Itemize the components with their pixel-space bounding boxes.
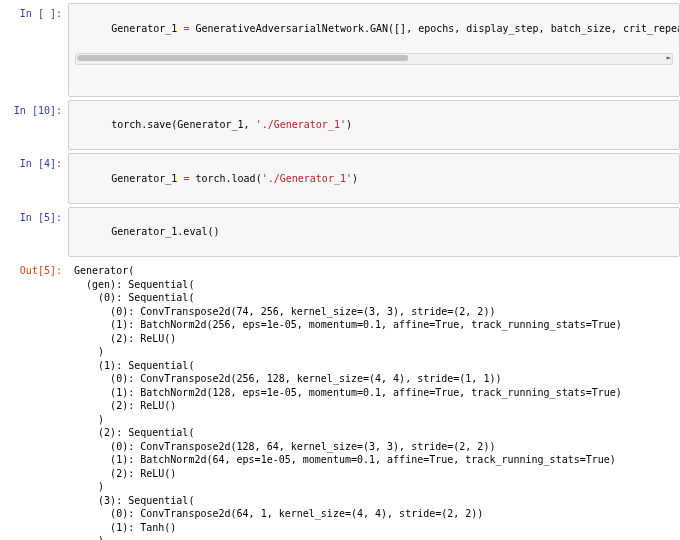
cell-body: Generator_1 = GenerativeAdversarialNetwo… <box>68 3 680 97</box>
text-output: Generator( (gen): Sequential( (0): Seque… <box>68 260 680 540</box>
code-line: Generator_1 = GenerativeAdversarialNetwo… <box>111 23 680 34</box>
cell-body: torch.save(Generator_1, './Generator_1') <box>68 100 680 151</box>
output-cell: Out[5]: Generator( (gen): Sequential( (0… <box>0 260 680 540</box>
input-prompt: In [10]: <box>0 100 68 121</box>
cell-body: Generator_1.eval() <box>68 207 680 258</box>
input-prompt: In [ ]: <box>0 3 68 24</box>
code-line: torch.save(Generator_1, './Generator_1') <box>111 119 352 130</box>
code-input[interactable]: Generator_1.eval() <box>68 207 680 258</box>
code-cell: In [ ]: Generator_1 = GenerativeAdversar… <box>0 3 680 97</box>
cell-body: Generator_1 = torch.load('./Generator_1'… <box>68 153 680 204</box>
code-line: Generator_1 = torch.load('./Generator_1'… <box>111 173 358 184</box>
input-prompt: In [5]: <box>0 207 68 228</box>
code-input[interactable]: Generator_1 = GenerativeAdversarialNetwo… <box>68 3 680 97</box>
cell-body: Generator( (gen): Sequential( (0): Seque… <box>68 260 680 540</box>
input-prompt: In [4]: <box>0 153 68 174</box>
code-cell: In [10]: torch.save(Generator_1, './Gene… <box>0 100 680 151</box>
code-cell: In [5]: Generator_1.eval() <box>0 207 680 258</box>
horizontal-scrollbar[interactable]: ◄ ► <box>75 53 673 65</box>
scroll-right-arrow-icon[interactable]: ► <box>664 54 674 64</box>
output-prompt: Out[5]: <box>0 260 68 281</box>
code-input[interactable]: Generator_1 = torch.load('./Generator_1'… <box>68 153 680 204</box>
code-input[interactable]: torch.save(Generator_1, './Generator_1') <box>68 100 680 151</box>
code-line: Generator_1.eval() <box>111 226 219 237</box>
scrollbar-thumb[interactable] <box>78 55 408 61</box>
code-cell: In [4]: Generator_1 = torch.load('./Gene… <box>0 153 680 204</box>
